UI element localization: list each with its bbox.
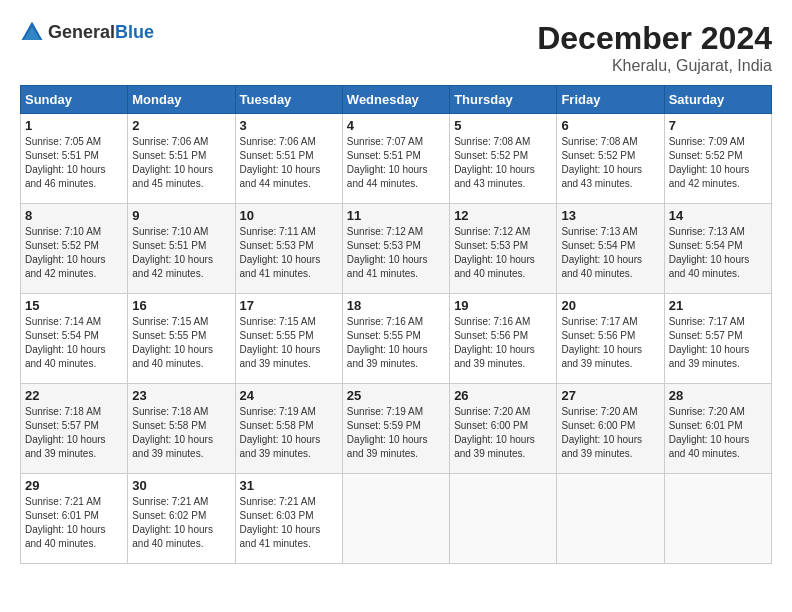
calendar-day: 27Sunrise: 7:20 AMSunset: 6:00 PMDayligh… xyxy=(557,384,664,474)
day-info: Sunrise: 7:19 AMSunset: 5:58 PMDaylight:… xyxy=(240,405,338,461)
location-title: Kheralu, Gujarat, India xyxy=(537,57,772,75)
header-saturday: Saturday xyxy=(664,86,771,114)
day-number: 10 xyxy=(240,208,338,223)
calendar-day: 8Sunrise: 7:10 AMSunset: 5:52 PMDaylight… xyxy=(21,204,128,294)
day-info: Sunrise: 7:14 AMSunset: 5:54 PMDaylight:… xyxy=(25,315,123,371)
day-info: Sunrise: 7:18 AMSunset: 5:58 PMDaylight:… xyxy=(132,405,230,461)
calendar-day: 30Sunrise: 7:21 AMSunset: 6:02 PMDayligh… xyxy=(128,474,235,564)
day-info: Sunrise: 7:20 AMSunset: 6:00 PMDaylight:… xyxy=(561,405,659,461)
calendar-day: 17Sunrise: 7:15 AMSunset: 5:55 PMDayligh… xyxy=(235,294,342,384)
calendar-day: 1Sunrise: 7:05 AMSunset: 5:51 PMDaylight… xyxy=(21,114,128,204)
calendar-day: 22Sunrise: 7:18 AMSunset: 5:57 PMDayligh… xyxy=(21,384,128,474)
calendar-week-row: 15Sunrise: 7:14 AMSunset: 5:54 PMDayligh… xyxy=(21,294,772,384)
calendar-day: 25Sunrise: 7:19 AMSunset: 5:59 PMDayligh… xyxy=(342,384,449,474)
calendar-day: 23Sunrise: 7:18 AMSunset: 5:58 PMDayligh… xyxy=(128,384,235,474)
day-number: 2 xyxy=(132,118,230,133)
calendar-day: 10Sunrise: 7:11 AMSunset: 5:53 PMDayligh… xyxy=(235,204,342,294)
day-number: 30 xyxy=(132,478,230,493)
day-number: 11 xyxy=(347,208,445,223)
calendar-day: 4Sunrise: 7:07 AMSunset: 5:51 PMDaylight… xyxy=(342,114,449,204)
day-number: 13 xyxy=(561,208,659,223)
day-info: Sunrise: 7:17 AMSunset: 5:56 PMDaylight:… xyxy=(561,315,659,371)
day-number: 26 xyxy=(454,388,552,403)
calendar-day: 20Sunrise: 7:17 AMSunset: 5:56 PMDayligh… xyxy=(557,294,664,384)
header-monday: Monday xyxy=(128,86,235,114)
day-info: Sunrise: 7:12 AMSunset: 5:53 PMDaylight:… xyxy=(454,225,552,281)
day-info: Sunrise: 7:11 AMSunset: 5:53 PMDaylight:… xyxy=(240,225,338,281)
day-number: 15 xyxy=(25,298,123,313)
day-info: Sunrise: 7:13 AMSunset: 5:54 PMDaylight:… xyxy=(669,225,767,281)
day-info: Sunrise: 7:10 AMSunset: 5:52 PMDaylight:… xyxy=(25,225,123,281)
day-number: 8 xyxy=(25,208,123,223)
calendar-day: 9Sunrise: 7:10 AMSunset: 5:51 PMDaylight… xyxy=(128,204,235,294)
day-number: 12 xyxy=(454,208,552,223)
day-info: Sunrise: 7:12 AMSunset: 5:53 PMDaylight:… xyxy=(347,225,445,281)
calendar-day: 18Sunrise: 7:16 AMSunset: 5:55 PMDayligh… xyxy=(342,294,449,384)
day-info: Sunrise: 7:13 AMSunset: 5:54 PMDaylight:… xyxy=(561,225,659,281)
day-number: 20 xyxy=(561,298,659,313)
day-number: 25 xyxy=(347,388,445,403)
day-number: 7 xyxy=(669,118,767,133)
day-number: 29 xyxy=(25,478,123,493)
day-info: Sunrise: 7:18 AMSunset: 5:57 PMDaylight:… xyxy=(25,405,123,461)
day-number: 14 xyxy=(669,208,767,223)
empty-cell xyxy=(450,474,557,564)
calendar-day: 13Sunrise: 7:13 AMSunset: 5:54 PMDayligh… xyxy=(557,204,664,294)
logo-general: General xyxy=(48,22,115,42)
header-tuesday: Tuesday xyxy=(235,86,342,114)
day-info: Sunrise: 7:16 AMSunset: 5:56 PMDaylight:… xyxy=(454,315,552,371)
day-number: 5 xyxy=(454,118,552,133)
calendar-day: 3Sunrise: 7:06 AMSunset: 5:51 PMDaylight… xyxy=(235,114,342,204)
calendar-day: 5Sunrise: 7:08 AMSunset: 5:52 PMDaylight… xyxy=(450,114,557,204)
day-info: Sunrise: 7:05 AMSunset: 5:51 PMDaylight:… xyxy=(25,135,123,191)
calendar-day: 28Sunrise: 7:20 AMSunset: 6:01 PMDayligh… xyxy=(664,384,771,474)
day-info: Sunrise: 7:08 AMSunset: 5:52 PMDaylight:… xyxy=(561,135,659,191)
day-info: Sunrise: 7:21 AMSunset: 6:01 PMDaylight:… xyxy=(25,495,123,551)
day-number: 27 xyxy=(561,388,659,403)
calendar-day: 11Sunrise: 7:12 AMSunset: 5:53 PMDayligh… xyxy=(342,204,449,294)
day-number: 19 xyxy=(454,298,552,313)
calendar-day: 26Sunrise: 7:20 AMSunset: 6:00 PMDayligh… xyxy=(450,384,557,474)
day-info: Sunrise: 7:16 AMSunset: 5:55 PMDaylight:… xyxy=(347,315,445,371)
calendar-day: 15Sunrise: 7:14 AMSunset: 5:54 PMDayligh… xyxy=(21,294,128,384)
header-wednesday: Wednesday xyxy=(342,86,449,114)
day-info: Sunrise: 7:08 AMSunset: 5:52 PMDaylight:… xyxy=(454,135,552,191)
day-info: Sunrise: 7:15 AMSunset: 5:55 PMDaylight:… xyxy=(132,315,230,371)
header-friday: Friday xyxy=(557,86,664,114)
day-info: Sunrise: 7:06 AMSunset: 5:51 PMDaylight:… xyxy=(240,135,338,191)
day-info: Sunrise: 7:09 AMSunset: 5:52 PMDaylight:… xyxy=(669,135,767,191)
empty-cell xyxy=(342,474,449,564)
day-number: 24 xyxy=(240,388,338,403)
day-info: Sunrise: 7:21 AMSunset: 6:02 PMDaylight:… xyxy=(132,495,230,551)
calendar-day: 2Sunrise: 7:06 AMSunset: 5:51 PMDaylight… xyxy=(128,114,235,204)
calendar-day: 12Sunrise: 7:12 AMSunset: 5:53 PMDayligh… xyxy=(450,204,557,294)
day-number: 22 xyxy=(25,388,123,403)
calendar-day: 21Sunrise: 7:17 AMSunset: 5:57 PMDayligh… xyxy=(664,294,771,384)
calendar-day: 24Sunrise: 7:19 AMSunset: 5:58 PMDayligh… xyxy=(235,384,342,474)
day-number: 28 xyxy=(669,388,767,403)
day-number: 9 xyxy=(132,208,230,223)
day-number: 4 xyxy=(347,118,445,133)
calendar-week-row: 1Sunrise: 7:05 AMSunset: 5:51 PMDaylight… xyxy=(21,114,772,204)
empty-cell xyxy=(557,474,664,564)
day-info: Sunrise: 7:17 AMSunset: 5:57 PMDaylight:… xyxy=(669,315,767,371)
day-info: Sunrise: 7:21 AMSunset: 6:03 PMDaylight:… xyxy=(240,495,338,551)
month-title: December 2024 xyxy=(537,20,772,57)
day-number: 23 xyxy=(132,388,230,403)
calendar-day: 31Sunrise: 7:21 AMSunset: 6:03 PMDayligh… xyxy=(235,474,342,564)
day-number: 3 xyxy=(240,118,338,133)
day-number: 1 xyxy=(25,118,123,133)
day-number: 31 xyxy=(240,478,338,493)
day-number: 18 xyxy=(347,298,445,313)
calendar-day: 29Sunrise: 7:21 AMSunset: 6:01 PMDayligh… xyxy=(21,474,128,564)
day-info: Sunrise: 7:20 AMSunset: 6:01 PMDaylight:… xyxy=(669,405,767,461)
empty-cell xyxy=(664,474,771,564)
logo-blue: Blue xyxy=(115,22,154,42)
day-info: Sunrise: 7:19 AMSunset: 5:59 PMDaylight:… xyxy=(347,405,445,461)
logo-icon xyxy=(20,20,44,44)
logo: GeneralBlue xyxy=(20,20,154,44)
day-number: 17 xyxy=(240,298,338,313)
day-info: Sunrise: 7:07 AMSunset: 5:51 PMDaylight:… xyxy=(347,135,445,191)
calendar-week-row: 8Sunrise: 7:10 AMSunset: 5:52 PMDaylight… xyxy=(21,204,772,294)
day-number: 16 xyxy=(132,298,230,313)
